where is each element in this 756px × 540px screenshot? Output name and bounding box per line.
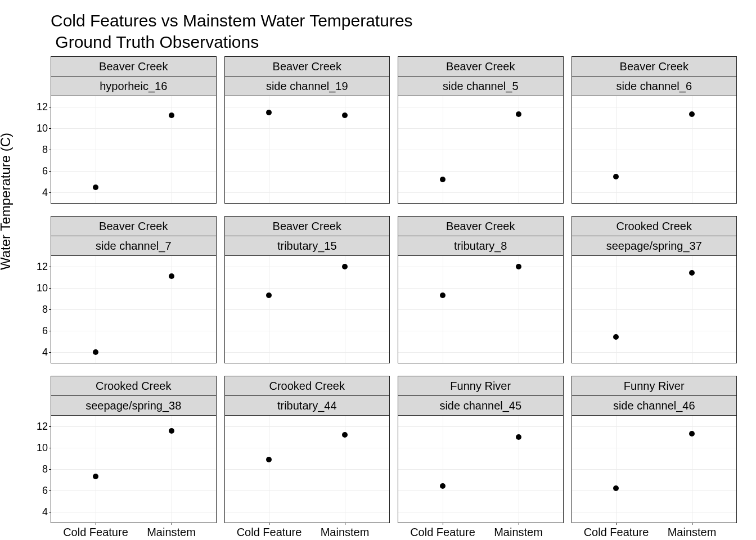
y-tick-label: 12 — [37, 261, 48, 273]
y-tick-mark — [49, 288, 51, 289]
gridline-horizontal — [51, 426, 216, 427]
y-tick-label: 8 — [42, 144, 48, 156]
facet-panel: Funny Riverside channel_46Cold FeatureMa… — [572, 376, 737, 523]
data-point-mainstem — [169, 273, 174, 279]
gridline-vertical — [345, 256, 345, 363]
facet-plot-area: Cold FeatureMainstem — [398, 416, 564, 523]
facet-strip-site: hyporheic_16 — [51, 76, 217, 96]
y-tick-mark — [49, 267, 51, 267]
facet-strip-site: side channel_7 — [51, 236, 217, 256]
facet-strip-site: seepage/spring_38 — [51, 396, 217, 416]
data-point-mainstem — [169, 428, 174, 434]
facet-panel: Crooked Creektributary_44Cold FeatureMai… — [224, 376, 390, 523]
gridline-horizontal — [51, 331, 216, 331]
facet-plot-area: Cold FeatureMainstem — [224, 416, 390, 523]
gridline-horizontal — [51, 267, 216, 267]
y-tick-mark — [49, 448, 51, 448]
data-point-cold — [613, 485, 619, 491]
gridline-horizontal — [572, 171, 737, 172]
gridline-horizontal — [572, 309, 737, 310]
gridline-horizontal — [398, 331, 563, 331]
gridline-horizontal — [398, 352, 563, 353]
gridline-horizontal — [51, 150, 216, 150]
data-point-cold — [93, 474, 98, 479]
gridline-horizontal — [398, 512, 563, 512]
y-tick-mark — [49, 150, 51, 150]
facet-strip-site: tributary_8 — [398, 236, 564, 256]
gridline-vertical — [616, 96, 616, 203]
data-point-cold — [266, 457, 272, 462]
gridline-horizontal — [398, 128, 563, 129]
y-tick-label: 12 — [37, 101, 48, 113]
y-tick-mark — [49, 331, 51, 331]
gridline-horizontal — [572, 469, 737, 470]
gridline-horizontal — [398, 448, 563, 448]
gridline-horizontal — [572, 128, 737, 129]
y-tick-mark — [49, 171, 51, 172]
gridline-horizontal — [51, 448, 216, 448]
gridline-horizontal — [225, 309, 390, 310]
gridline-vertical — [269, 416, 269, 523]
gridline-horizontal — [225, 107, 390, 107]
data-point-mainstem — [342, 112, 348, 118]
y-tick-group: 4681012 — [29, 96, 51, 203]
y-tick-mark — [49, 309, 51, 310]
gridline-horizontal — [51, 128, 216, 129]
gridline-horizontal — [225, 171, 390, 172]
y-tick-mark — [49, 352, 51, 353]
x-tick-mark — [443, 523, 443, 525]
y-tick-label: 4 — [42, 506, 48, 518]
gridline-horizontal — [225, 331, 390, 331]
gridline-horizontal — [225, 448, 390, 448]
x-tick-mark — [269, 523, 269, 525]
y-tick-label: 10 — [37, 442, 48, 454]
gridline-horizontal — [51, 490, 216, 491]
data-point-mainstem — [689, 431, 695, 436]
gridline-horizontal — [572, 331, 737, 331]
facet-strip-creek: Crooked Creek — [51, 376, 217, 396]
facet-strip-site: side channel_46 — [572, 396, 737, 416]
y-tick-group: 4681012 — [29, 256, 51, 363]
facet-plot-area — [572, 96, 737, 204]
x-tick-mark — [345, 523, 345, 525]
gridline-horizontal — [51, 512, 216, 512]
gridline-horizontal — [51, 309, 216, 310]
gridline-horizontal — [398, 150, 563, 150]
gridline-vertical — [96, 416, 96, 523]
facet-plot-area: 4681012 — [51, 256, 217, 363]
facet-strip-creek: Beaver Creek — [224, 216, 390, 236]
gridline-horizontal — [398, 267, 563, 267]
data-point-mainstem — [342, 432, 348, 438]
x-tick-mark — [692, 523, 692, 525]
gridline-vertical — [616, 416, 616, 523]
facet-plot-area — [398, 256, 564, 363]
gridline-horizontal — [398, 192, 563, 193]
y-axis-label: Water Temperature (C) — [0, 133, 14, 270]
gridline-vertical — [519, 256, 519, 363]
gridline-horizontal — [51, 352, 216, 353]
gridline-vertical — [443, 96, 443, 203]
facet-strip-site: tributary_15 — [224, 236, 390, 256]
facet-strip-creek: Crooked Creek — [572, 216, 737, 236]
x-tick-label: Mainstem — [668, 526, 717, 539]
facet-strip-creek: Beaver Creek — [51, 56, 217, 76]
gridline-horizontal — [225, 469, 390, 470]
facet-strip-site: side channel_45 — [398, 396, 564, 416]
facet-panel: Beaver Creekhyporheic_164681012 — [51, 56, 217, 204]
x-tick-label: Mainstem — [494, 526, 543, 539]
facet-panel: Beaver Creekside channel_19 — [224, 56, 390, 204]
x-tick-group: Cold FeatureMainstem — [398, 523, 563, 539]
gridline-vertical — [96, 256, 96, 363]
y-tick-label: 10 — [37, 123, 48, 134]
facet-strip-site: side channel_6 — [572, 76, 737, 96]
gridline-horizontal — [225, 512, 390, 512]
y-tick-mark — [49, 192, 51, 193]
y-tick-group: 4681012 — [29, 416, 51, 523]
y-tick-label: 6 — [42, 325, 48, 337]
facet-panel: Beaver Creektributary_15 — [224, 216, 390, 363]
facet-strip-creek: Funny River — [398, 376, 564, 396]
gridline-horizontal — [572, 448, 737, 448]
facet-strip-site: side channel_5 — [398, 76, 564, 96]
facet-strip-creek: Beaver Creek — [398, 56, 564, 76]
x-tick-label: Cold Feature — [410, 526, 475, 539]
